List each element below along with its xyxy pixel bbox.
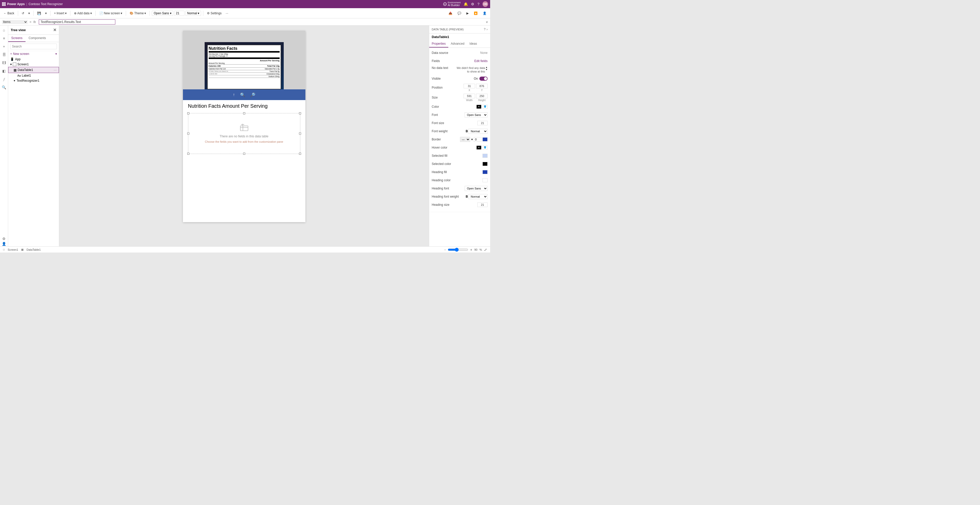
font-select[interactable]: Open Sans xyxy=(465,112,488,118)
heading-fill-swatch[interactable] xyxy=(482,170,488,174)
more-button[interactable]: ··· xyxy=(224,11,230,16)
scroll-down[interactable]: ▼ xyxy=(485,69,488,71)
rp-tabs: Properties Advanced Ideas xyxy=(429,40,490,48)
save-button[interactable]: 💾 xyxy=(36,11,43,16)
new-screen-tree-button[interactable]: + New screen ▾ xyxy=(8,51,59,57)
selected-color-swatch[interactable] xyxy=(482,162,488,166)
formula-chevron[interactable]: ∨ xyxy=(486,20,488,24)
pos-x-input[interactable] xyxy=(464,84,475,88)
data-icon[interactable]: 🗄 xyxy=(2,52,6,57)
resize-handle-tl[interactable] xyxy=(187,112,189,115)
tree-item-app[interactable]: 📱 App xyxy=(8,57,59,62)
resize-handle-ml[interactable] xyxy=(187,132,189,135)
datatable1-status-label[interactable]: DataTable1 xyxy=(27,248,41,251)
help-icon[interactable]: ? xyxy=(477,2,479,6)
search-input[interactable] xyxy=(10,44,57,49)
screen1-status-label[interactable]: Screen1 xyxy=(8,248,18,251)
heading-font-select[interactable]: Open Sans xyxy=(465,186,488,191)
new-screen-button[interactable]: 📄 New screen ▾ xyxy=(98,11,124,16)
color-text-swatch[interactable]: A xyxy=(476,105,482,109)
resize-handle-bm[interactable] xyxy=(243,153,245,155)
resize-handle-mr[interactable] xyxy=(299,132,301,135)
visible-toggle[interactable] xyxy=(479,76,488,81)
add-data-button[interactable]: ⊕ Add data ▾ xyxy=(72,11,93,16)
save-dropdown[interactable]: ▾ xyxy=(44,11,48,16)
formula-sidebar-icon[interactable]: 𝑓 xyxy=(2,76,6,82)
avatar[interactable]: DB xyxy=(482,1,488,7)
width-input[interactable] xyxy=(464,94,475,98)
pos-y-input[interactable] xyxy=(476,84,488,88)
user-sidebar-icon[interactable]: 👤 xyxy=(2,241,6,246)
zoom-minus-button[interactable]: - xyxy=(444,248,446,252)
search-sidebar-icon[interactable]: 🔍 xyxy=(2,85,6,90)
hover-text-swatch[interactable]: A xyxy=(476,145,482,150)
data-table-empty[interactable]: There are no fields in this data table C… xyxy=(188,113,300,154)
insert-button[interactable]: + Insert ▾ xyxy=(52,11,68,16)
resize-handle-tm[interactable] xyxy=(243,112,245,115)
border-style-select[interactable]: — xyxy=(460,137,470,142)
zoom-plus-button[interactable]: + xyxy=(470,248,472,252)
upload-icon[interactable]: ↑ xyxy=(233,92,235,97)
resize-handle-br[interactable] xyxy=(299,153,301,155)
font-dropdown[interactable]: Open Sans ▾ xyxy=(152,11,173,16)
border-width-input[interactable] xyxy=(474,137,482,142)
home-icon[interactable]: ⌂ xyxy=(2,27,6,33)
heading-color-swatch[interactable] xyxy=(482,178,488,182)
tree-item-screen1[interactable]: ▾ Screen1 xyxy=(8,62,59,67)
tree-item-label1[interactable]: Aa Label1 xyxy=(8,73,59,78)
rp-tab-properties[interactable]: Properties xyxy=(429,40,448,48)
zoom-slider[interactable] xyxy=(448,248,468,252)
color-fill-swatch[interactable]: 🪣 xyxy=(482,105,488,109)
expand-button[interactable]: ⤢ xyxy=(484,248,487,252)
scroll-up[interactable]: ▲ xyxy=(485,66,488,69)
zoom-fit-icon[interactable]: 🔍 xyxy=(240,92,245,97)
rp-tab-ideas[interactable]: Ideas xyxy=(467,40,479,48)
tree-item-textrecognizer1[interactable]: ✦ TextRecognizer1 xyxy=(8,78,59,83)
settings-sidebar-icon[interactable]: ⚙ xyxy=(2,236,6,241)
tree-item-datatable1[interactable]: ▦ DataTable1 ··· xyxy=(8,67,59,73)
selected-fill-swatch[interactable] xyxy=(482,154,488,158)
back-button[interactable]: ← Back xyxy=(2,11,16,16)
share-icon[interactable]: 📤 xyxy=(447,11,454,16)
undo-button[interactable]: ↺ xyxy=(20,11,26,16)
font-size-dropdown[interactable]: 21 xyxy=(174,11,185,16)
theme-button[interactable]: 🎨 Theme ▾ xyxy=(128,11,148,16)
resize-handle-bl[interactable] xyxy=(187,153,189,155)
font-weight-dropdown[interactable]: Normal ▾ xyxy=(186,11,201,16)
insert-sidebar-icon[interactable]: + xyxy=(2,44,6,49)
resize-handle-tr[interactable] xyxy=(299,112,301,115)
rp-help-icon[interactable]: ? xyxy=(484,27,485,31)
border-color-swatch[interactable] xyxy=(482,137,488,142)
comment-icon[interactable]: 💬 xyxy=(456,11,463,16)
hover-fill-swatch[interactable]: 🪣 xyxy=(482,145,488,150)
font-weight-select[interactable]: Normal xyxy=(468,129,488,134)
preview-icon[interactable]: ▶ xyxy=(465,11,470,16)
media-icon[interactable]: 🎞 xyxy=(2,60,6,65)
datatable-ellipsis[interactable]: ··· xyxy=(54,68,57,72)
nl-serving-size: Serving size: 1 bar (40g) xyxy=(209,53,280,55)
formula-select[interactable]: Items xyxy=(2,20,27,24)
grid-icon[interactable] xyxy=(2,2,6,6)
notification-icon[interactable]: 🔔 xyxy=(464,2,468,6)
heading-weight-select[interactable]: Normal xyxy=(468,194,488,199)
undo-dropdown[interactable]: ▾ xyxy=(27,11,31,16)
rp-tab-advanced[interactable]: Advanced xyxy=(448,40,467,48)
font-size-input[interactable] xyxy=(477,121,488,125)
zoom-in-icon[interactable]: 🔎 xyxy=(250,92,255,97)
tab-components[interactable]: Components xyxy=(25,35,49,42)
tab-screens[interactable]: Screens xyxy=(8,35,25,42)
components-icon[interactable]: ◧ xyxy=(2,69,6,73)
datatable-tab-icon: ▦ xyxy=(21,248,24,251)
settings-button[interactable]: ⚙ Settings xyxy=(205,11,223,16)
no-data-value: We didn't find any data to show at this xyxy=(454,66,485,73)
tree-icon[interactable]: ≡ xyxy=(2,36,6,41)
settings-icon[interactable]: ⚙ xyxy=(471,2,474,6)
tree-close-icon[interactable]: ✕ xyxy=(53,27,56,32)
height-input[interactable] xyxy=(476,94,488,98)
user-icon[interactable]: 👤 xyxy=(481,11,488,16)
publish-icon[interactable]: 🔼 xyxy=(472,11,479,16)
fields-edit-link[interactable]: Edit fields xyxy=(474,59,488,63)
heading-size-input[interactable] xyxy=(477,202,488,207)
formula-input[interactable] xyxy=(39,19,115,24)
rp-expand-icon[interactable]: › xyxy=(487,27,488,31)
